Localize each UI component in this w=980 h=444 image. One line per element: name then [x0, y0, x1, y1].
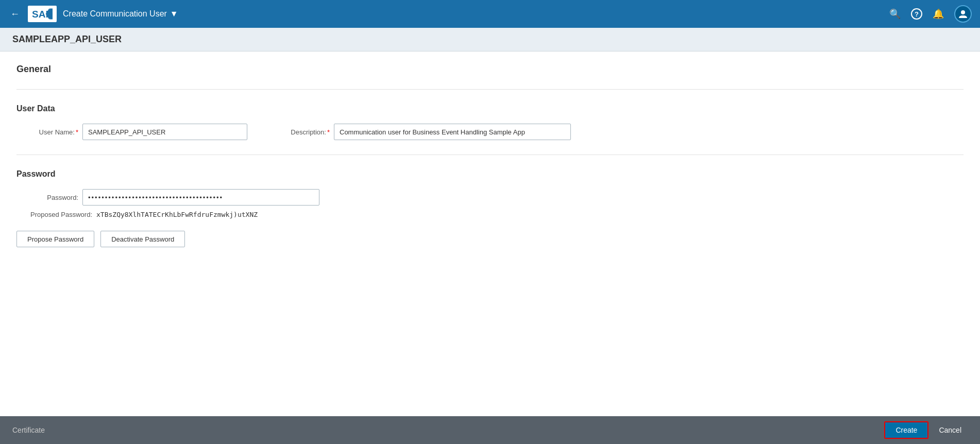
footer-section-label: Certificate: [12, 426, 45, 434]
general-section-title: General: [16, 64, 964, 75]
username-label: User Name:*: [16, 128, 78, 136]
proposed-password-row: Proposed Password: xTBsZQy8XlhTATECrKhLb…: [16, 211, 964, 218]
proposed-password-value: xTBsZQy8XlhTATECrKhLbFwRfdruFzmwkj)utXNZ: [96, 211, 258, 218]
password-label: Password:: [16, 194, 78, 201]
username-group: User Name:*: [16, 124, 247, 140]
deactivate-password-button[interactable]: Deactivate Password: [100, 231, 185, 247]
description-required: *: [327, 128, 330, 136]
divider-1: [16, 89, 964, 90]
description-label: Description:*: [268, 128, 330, 136]
search-icon[interactable]: 🔍: [889, 8, 901, 20]
user-avatar[interactable]: [954, 5, 972, 23]
proposed-password-label: Proposed Password:: [16, 211, 96, 218]
password-field-row: Password:: [16, 189, 964, 206]
password-input[interactable]: [82, 189, 319, 206]
password-button-row: Propose Password Deactivate Password: [16, 231, 964, 247]
app-title: Create Communication User ▼: [63, 9, 178, 19]
password-section: Password Password: Proposed Password: xT…: [16, 169, 964, 247]
sap-logo: SAP: [28, 6, 57, 22]
description-group: Description:*: [268, 124, 571, 140]
svg-point-3: [961, 10, 965, 14]
user-data-title: User Data: [16, 104, 964, 113]
app-title-text: Create Communication User: [63, 9, 167, 19]
footer-bar: Certificate Create Cancel: [0, 416, 980, 444]
username-input[interactable]: [82, 124, 247, 140]
footer-actions: Create Cancel: [884, 421, 968, 439]
password-group: Password:: [16, 189, 319, 206]
user-data-form-row: User Name:* Description:*: [16, 124, 964, 140]
password-section-title: Password: [16, 169, 964, 179]
header-left: ← SAP Create Communication User ▼: [8, 6, 178, 22]
page-entity-title: SAMPLEAPP_API_USER: [12, 34, 122, 44]
help-icon[interactable]: ?: [911, 8, 922, 20]
username-required: *: [76, 128, 78, 136]
create-button[interactable]: Create: [884, 421, 928, 439]
user-data-section: User Data User Name:* Description:*: [16, 104, 964, 140]
sap-logo-svg: SAP: [32, 8, 53, 20]
sub-header: SAMPLEAPP_API_USER: [0, 28, 980, 52]
propose-password-button[interactable]: Propose Password: [16, 231, 94, 247]
divider-2: [16, 155, 964, 155]
avatar-icon: [958, 9, 968, 19]
back-button[interactable]: ←: [8, 7, 22, 21]
description-input[interactable]: [334, 124, 571, 140]
main-content: General User Data User Name:* Descriptio…: [0, 52, 980, 416]
title-dropdown-arrow[interactable]: ▼: [170, 9, 178, 19]
header-right: 🔍 ? 🔔: [889, 5, 972, 23]
app-header: ← SAP Create Communication User ▼ 🔍 ? 🔔: [0, 0, 980, 28]
bell-icon[interactable]: 🔔: [933, 8, 944, 20]
general-section: General: [16, 64, 964, 75]
cancel-button[interactable]: Cancel: [933, 423, 968, 437]
